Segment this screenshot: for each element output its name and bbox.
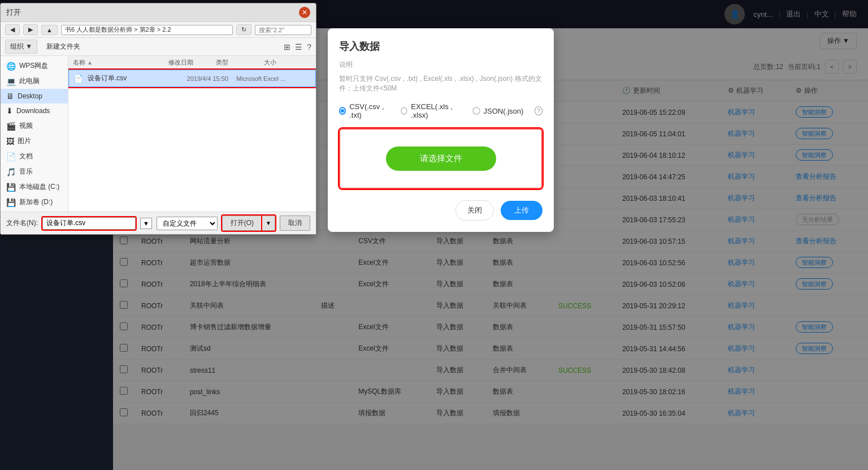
sidebar-icon: 🌐: [6, 62, 16, 71]
col-type-header: 类型: [216, 58, 263, 67]
sidebar-item-此电脑[interactable]: 💻此电脑: [1, 74, 68, 89]
file-list-items: 📄 设备订单.csv 2019/4/4 15:50 Microsoft Exce…: [68, 70, 316, 87]
json-radio[interactable]: [472, 107, 480, 115]
modal-hint: 暂时只支持 Csv(.csv , .txt) , Excel(.xls , .x…: [339, 74, 542, 93]
sidebar-icon: 💾: [6, 183, 16, 192]
sidebar-label: 新加卷 (D:): [19, 197, 53, 207]
filename-label: 文件名(N):: [6, 218, 38, 228]
sub-toolbar: 组织 ▼ 新建文件夹 ⊞ ☰ ?: [1, 38, 316, 56]
file-name: 设备订单.csv: [88, 74, 187, 83]
file-type: Microsoft Excel ...: [236, 75, 286, 82]
sidebar-icon: 💾: [6, 198, 16, 207]
filename-input[interactable]: [42, 217, 136, 230]
file-search-input[interactable]: [255, 25, 311, 35]
sidebar-icon: ⬇: [6, 106, 13, 115]
sidebar-icon: 💻: [6, 77, 16, 86]
format-options: CSV(.csv , .txt) EXCEL(.xls , .xlsx) JSO…: [339, 102, 542, 119]
help-dialog-button[interactable]: ?: [307, 42, 311, 51]
upload-drop-zone[interactable]: 请选择文件: [339, 128, 542, 189]
col-size-header: 大小: [264, 58, 311, 67]
sidebar-label: 本地磁盘 (C:): [19, 182, 59, 192]
dialog-title-bar: 打开 ✕: [1, 3, 316, 22]
close-modal-button[interactable]: 关闭: [455, 200, 494, 221]
back-button[interactable]: ◀: [5, 24, 20, 35]
col-modified-header: 修改日期: [168, 58, 216, 67]
dialog-close-button[interactable]: ✕: [299, 7, 310, 18]
file-icon: 📄: [73, 74, 83, 83]
open-button-group: 打开(O) ▼: [222, 215, 275, 231]
excel-radio[interactable]: [401, 107, 407, 115]
dialog-title: 打开: [6, 7, 21, 18]
filename-dropdown-button[interactable]: ▼: [140, 218, 152, 229]
up-button[interactable]: ▲: [41, 25, 58, 35]
file-type-select[interactable]: 自定义文件: [157, 217, 218, 230]
upload-modal: 导入数据 说明 暂时只支持 Csv(.csv , .txt) , Excel(.…: [328, 28, 554, 232]
sidebar-icon: 🎬: [6, 122, 16, 131]
address-bar[interactable]: [61, 25, 233, 35]
sidebar-item-文档[interactable]: 📄文档: [1, 149, 68, 164]
sidebar-label: 音乐: [19, 167, 33, 176]
sidebar-label: 图片: [18, 136, 31, 146]
csv-radio[interactable]: [339, 107, 346, 115]
sidebar-item-Desktop[interactable]: 🖥Desktop: [1, 89, 68, 104]
modal-subtitle: 说明: [339, 60, 542, 70]
sidebar-item-图片[interactable]: 🖼图片: [1, 133, 68, 149]
file-open-dialog: 打开 ✕ ◀ ▶ ▲ ↻ 组织 ▼ 新建文件夹 ⊞ ☰ ? 🌐WPS网盘💻此电脑…: [0, 3, 316, 235]
format-help-icon[interactable]: ?: [535, 106, 542, 115]
sidebar-item-WPS网盘[interactable]: 🌐WPS网盘: [1, 58, 68, 74]
sidebar-icon: 🎵: [6, 167, 16, 176]
file-list-header: 名称 ▲ 修改日期 类型 大小: [68, 56, 316, 70]
open-button[interactable]: 打开(O): [222, 215, 262, 231]
sidebar-label: 文档: [19, 152, 33, 161]
sidebar-item-Downloads[interactable]: ⬇Downloads: [1, 104, 68, 118]
dialog-footer: 文件名(N): ▼ 自定义文件 打开(O) ▼ 取消: [1, 212, 316, 234]
col-name-header: 名称 ▲: [73, 58, 168, 67]
select-file-button[interactable]: 请选择文件: [386, 146, 496, 171]
dialog-body: 🌐WPS网盘💻此电脑🖥Desktop⬇Downloads🎬视频🖼图片📄文档🎵音乐…: [1, 56, 316, 212]
file-date: 2019/4/4 15:50: [187, 75, 237, 82]
sidebar-item-视频[interactable]: 🎬视频: [1, 118, 68, 133]
sidebar-item-音乐[interactable]: 🎵音乐: [1, 164, 68, 179]
sidebar-icon: 📄: [6, 152, 16, 161]
sidebar-label: Downloads: [16, 107, 50, 115]
sidebar-icon: 🖥: [6, 92, 14, 101]
sort-icon: ▲: [87, 59, 93, 66]
sidebar-icon: 🖼: [6, 137, 14, 146]
sidebar-item-本地磁盘(C:)[interactable]: 💾本地磁盘 (C:): [1, 179, 68, 195]
modal-footer: 关闭 上传: [339, 200, 542, 221]
upload-submit-button[interactable]: 上传: [501, 201, 542, 220]
view-details-button[interactable]: ☰: [295, 42, 302, 51]
sidebar-label: 此电脑: [19, 76, 40, 86]
cancel-file-button[interactable]: 取消: [280, 215, 310, 231]
sidebar-item-新加卷(D:)[interactable]: 💾新加卷 (D:): [1, 195, 68, 210]
csv-format-option[interactable]: CSV(.csv , .txt): [339, 102, 389, 119]
file-list-area: 名称 ▲ 修改日期 类型 大小 📄 设备订单.csv 2019/4/4 15:5…: [68, 56, 316, 212]
open-dropdown-button[interactable]: ▼: [262, 215, 275, 231]
file-list-item[interactable]: 📄 设备订单.csv 2019/4/4 15:50 Microsoft Exce…: [68, 70, 316, 87]
view-button[interactable]: ⊞: [284, 42, 290, 51]
json-format-option[interactable]: JSON(.json): [472, 107, 524, 115]
sidebar-label: 视频: [19, 121, 33, 131]
dialog-toolbar: ◀ ▶ ▲ ↻: [1, 22, 316, 38]
refresh-button[interactable]: ↻: [236, 24, 251, 35]
organize-button[interactable]: 组织 ▼: [5, 40, 37, 54]
file-sidebar: 🌐WPS网盘💻此电脑🖥Desktop⬇Downloads🎬视频🖼图片📄文档🎵音乐…: [1, 56, 68, 212]
excel-format-option[interactable]: EXCEL(.xls , .xlsx): [401, 102, 461, 119]
new-folder-button[interactable]: 新建文件夹: [42, 40, 85, 53]
sidebar-label: Desktop: [18, 92, 42, 100]
sidebar-label: WPS网盘: [19, 61, 48, 71]
forward-button[interactable]: ▶: [23, 24, 38, 35]
modal-title: 导入数据: [339, 40, 542, 53]
